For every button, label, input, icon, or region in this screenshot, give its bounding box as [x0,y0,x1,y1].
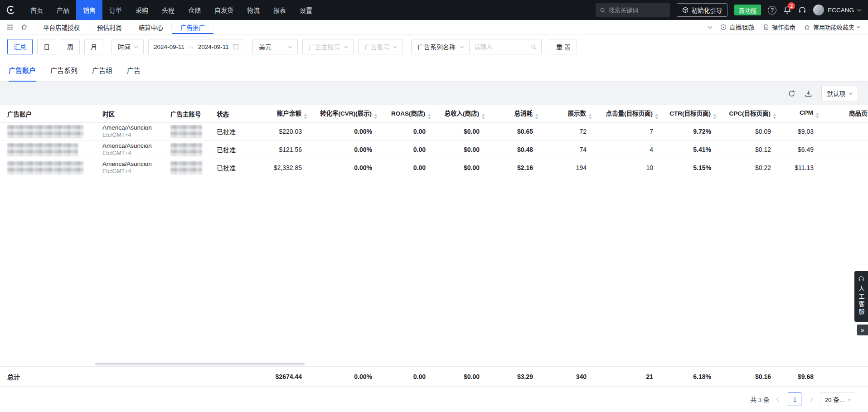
ad-account-report-area: 广告账户 时区 广告主账号 状态 账户余额 转化率(CVR)(展示) ROAS(… [0,105,868,412]
date-range-picker[interactable]: 2024-09-11 → 2024-09-11 [148,39,244,54]
col-header-cpm: CPM [780,105,823,122]
menu-item-self-delivery[interactable]: 自发货 [208,0,240,20]
chevron-down-icon [134,44,138,48]
col-header-cpc: CPC(目标页面) [720,105,780,122]
roas-value: 0.00 [381,159,435,177]
headset-icon[interactable] [798,6,806,14]
sort-icon[interactable] [427,114,431,119]
column-preset-button[interactable]: 默认项 [821,86,858,101]
chevron-down-icon [848,397,851,400]
init-guide-button[interactable]: 初始化引导 [677,3,728,17]
sort-icon[interactable] [713,114,717,119]
totals-row: 总计 $2674.44 0.00% 0.00 $0.00 $3.29 340 2… [0,366,868,387]
menu-item-purchasing[interactable]: 采购 [129,0,155,20]
time-dimension-select[interactable]: 时间 [112,39,144,54]
advertiser-account-select[interactable]: 广告主账号 [302,39,354,54]
subtab-ad-account[interactable]: 广告账户 [9,59,36,81]
current-page-button[interactable]: 1 [788,393,801,406]
customer-service-button[interactable]: 人工客服 [854,271,868,322]
sort-icon[interactable] [655,114,659,119]
menu-item-warehouse[interactable]: 仓储 [181,0,208,20]
live-replay-link[interactable]: 直播/回放 [720,23,755,31]
init-guide-label: 初始化引导 [692,5,723,15]
operation-guide-link[interactable]: 操作指南 [763,23,795,31]
notification-bell-icon[interactable]: 2 [783,6,791,14]
next-page-button[interactable] [807,396,814,403]
tab-settlement-center[interactable]: 结算中心 [130,20,172,34]
sort-icon[interactable] [773,114,776,119]
tab-ad-promotion[interactable]: 广告推广 [172,20,213,34]
arrow-right-icon: → [188,44,194,50]
account-menu[interactable]: ECCANG [813,5,861,15]
tab-estimated-profit[interactable]: 预估利润 [88,20,130,34]
sort-icon[interactable] [481,114,485,119]
roas-value: 0.00 [381,122,435,141]
subtab-ad-group[interactable]: 广告组 [92,59,112,81]
campaign-field-select[interactable]: 广告系列名称 [411,39,470,54]
notification-badge: 2 [788,2,795,10]
sort-icon[interactable] [588,114,592,119]
menu-item-logistics[interactable]: 物流 [240,0,267,20]
day-filter-button[interactable]: 日 [37,39,56,54]
refresh-icon[interactable] [788,90,795,97]
sort-icon[interactable] [815,113,819,118]
col-header-ctr: CTR(目标页面) [662,105,720,122]
menu-item-orders[interactable]: 订单 [102,0,129,20]
table-row: America/AsuncionEtc/GMT+4 已批准 $220.03 0.… [0,122,868,141]
spend-value: $2.16 [489,159,542,177]
sort-icon[interactable] [535,114,538,119]
menu-item-first-leg[interactable]: 头程 [155,0,181,20]
global-search[interactable] [596,3,670,17]
menu-item-products[interactable]: 产品 [50,0,76,20]
tab-platform-store-auth[interactable]: 平台店铺授权 [34,20,88,34]
subtab-ad[interactable]: 广告 [127,59,141,81]
week-filter-button[interactable]: 周 [61,39,80,54]
logo-icon [6,5,16,15]
column-preset-label: 默认项 [827,89,846,98]
apps-grid-icon[interactable] [7,24,13,30]
timezone-offset: Etc/GMT+4 [102,168,156,175]
sort-icon[interactable] [304,114,307,119]
keyword-search-input[interactable] [474,44,524,50]
reset-button[interactable]: 重 置 [550,39,577,54]
filter-bar: 汇总 日 周 月 时间 2024-09-11 → 2024-09-11 美元 广… [0,34,868,59]
total-cpc: $0.16 [720,367,780,387]
collapse-sidebar-button[interactable]: » [857,325,868,335]
customer-service-label: 人工客服 [857,286,866,316]
previous-page-button[interactable] [775,396,782,403]
total-roas: 0.00 [381,367,435,387]
menu-item-settings[interactable]: 设置 [293,0,319,20]
menu-item-home[interactable]: 首页 [24,0,50,20]
menu-item-reports[interactable]: 报表 [267,0,293,20]
chevron-down-icon [393,44,397,48]
global-search-input[interactable] [609,7,666,14]
help-icon[interactable]: ? [768,6,776,15]
date-start-value: 2024-09-11 [154,44,184,50]
tab-list-dropdown-icon[interactable] [708,26,712,28]
tabbar-right-section: 直播/回放 操作指南 常用功能收藏夹 [708,20,868,34]
app-logo[interactable] [0,5,22,15]
revenue-value: $0.00 [435,141,489,159]
page-size-select[interactable]: 20 条... [820,393,855,406]
new-feature-button[interactable]: 新功能 [734,5,761,15]
chevron-down-icon [857,24,860,28]
home-icon[interactable] [21,24,28,30]
favorites-menu[interactable]: 常用功能收藏夹 [804,23,860,31]
menu-item-sales[interactable]: 销售 [76,0,102,20]
keyword-search-field[interactable] [469,39,542,54]
spend-value: $0.65 [489,122,542,141]
ad-account-select[interactable]: 广告账号 [358,39,403,54]
col-header-cvr: 转化率(CVR)(展示) [311,105,381,122]
total-cpm: $9.68 [780,367,823,387]
currency-select[interactable]: 美元 [252,39,298,54]
cpc-value: $0.22 [720,159,780,177]
summary-filter-button[interactable]: 汇总 [7,39,33,54]
horizontal-scrollbar[interactable] [0,362,868,366]
download-icon[interactable] [805,90,812,97]
sort-icon[interactable] [374,114,378,119]
scrollbar-thumb[interactable] [95,363,305,365]
subtab-ad-campaign[interactable]: 广告系列 [50,59,78,81]
month-filter-button[interactable]: 月 [84,39,103,54]
pagination-bar: 共 3 条 1 20 条... [0,387,868,412]
cpm-value: $6.49 [780,141,823,159]
